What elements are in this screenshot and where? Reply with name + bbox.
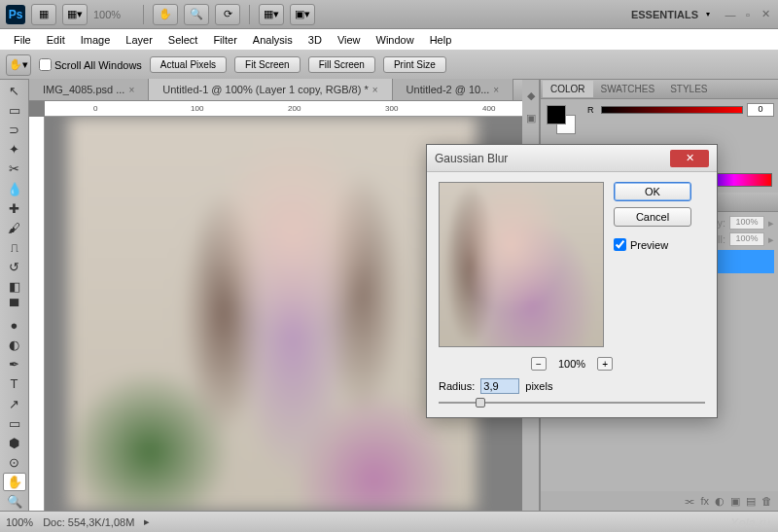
radius-slider[interactable] <box>439 402 705 404</box>
watermark-text: Xela.ru <box>730 515 770 530</box>
tab-color[interactable]: COLOR <box>543 81 593 97</box>
doc-tab-1[interactable]: IMG_4085.psd ...× <box>29 79 149 100</box>
r-slider[interactable] <box>601 106 743 114</box>
foreground-background-swatches[interactable] <box>547 105 578 136</box>
hand-tool-preset[interactable]: ✋▾ <box>6 54 31 76</box>
launch-bridge-button[interactable]: ▦ <box>31 4 56 25</box>
menu-bar: File Edit Image Layer Select Filter Anal… <box>0 29 778 51</box>
tools-panel: ↖ ▭ ⊃ ✦ ✂ 💧 ✚ 🖌 ⎍ ↺ ◧ ▀ ● ◐ ✒ T ↗ ▭ ⬢ ⊙ … <box>0 80 29 511</box>
close-icon[interactable]: × <box>128 85 134 95</box>
tab-styles[interactable]: STYLES <box>662 81 715 97</box>
menu-layer[interactable]: Layer <box>118 31 160 49</box>
fill-field[interactable]: 100% <box>729 232 764 246</box>
app-logo: Ps <box>6 5 25 24</box>
path-tool[interactable]: ↗ <box>3 395 26 413</box>
radius-input[interactable] <box>480 378 519 394</box>
arrange-docs-button[interactable]: ▦▾ <box>259 4 284 25</box>
new-layer-icon[interactable]: ▤ <box>746 495 756 508</box>
eyedropper-tool[interactable]: 💧 <box>3 179 26 197</box>
radius-unit: pixels <box>525 380 552 392</box>
screen-mode-button[interactable]: ▣▾ <box>290 4 315 25</box>
fill-screen-button[interactable]: Fill Screen <box>308 56 375 73</box>
close-icon[interactable]: × <box>493 85 499 95</box>
preview-checkbox[interactable]: Preview <box>614 238 691 251</box>
zoom-out-button[interactable]: − <box>531 357 547 371</box>
rotate-view-button[interactable]: ⟳ <box>215 4 240 25</box>
slider-thumb[interactable] <box>476 398 485 408</box>
wand-tool[interactable]: ✦ <box>3 140 26 159</box>
close-icon[interactable]: × <box>372 85 378 95</box>
link-layers-icon[interactable]: ⫘ <box>684 495 694 507</box>
menu-image[interactable]: Image <box>73 31 119 49</box>
heal-tool[interactable]: ✚ <box>3 199 26 218</box>
menu-select[interactable]: Select <box>160 31 206 49</box>
new-group-icon[interactable]: ▣ <box>730 495 740 508</box>
ok-button[interactable]: OK <box>614 182 691 201</box>
options-bar: ✋▾ Scroll All Windows Actual Pixels Fit … <box>0 51 778 80</box>
stamp-tool[interactable]: ⎍ <box>3 238 26 257</box>
dodge-tool[interactable]: ◐ <box>3 336 26 354</box>
tab-swatches[interactable]: SWATCHES <box>593 81 663 97</box>
status-zoom[interactable]: 100% <box>6 516 33 528</box>
menu-view[interactable]: View <box>330 31 369 49</box>
menu-3d[interactable]: 3D <box>301 31 330 49</box>
eraser-tool[interactable]: ◧ <box>3 277 26 296</box>
move-tool[interactable]: ↖ <box>3 82 26 100</box>
cancel-button[interactable]: Cancel <box>614 207 691 227</box>
color-panel-header: COLOR SWATCHES STYLES <box>541 80 778 99</box>
menu-window[interactable]: Window <box>369 31 422 49</box>
print-size-button[interactable]: Print Size <box>383 56 446 73</box>
canvas-image <box>68 117 477 511</box>
dialog-close-button[interactable]: ✕ <box>670 150 709 167</box>
layers-footer: ⫘ fx ◐ ▣ ▤ 🗑 <box>541 491 778 511</box>
gradient-tool[interactable]: ▀ <box>3 297 26 315</box>
app-toolbar: Ps ▦ ▦▾ 100% ✋ 🔍 ⟳ ▦▾ ▣▾ ESSENTIALS▾ — ▫… <box>0 0 778 29</box>
doc-tab-3[interactable]: Untitled-2 @ 10...× <box>393 79 514 100</box>
ruler-horizontal[interactable]: 0 100 200 300 400 <box>45 101 522 117</box>
menu-help[interactable]: Help <box>422 31 460 49</box>
lasso-tool[interactable]: ⊃ <box>3 121 26 139</box>
opacity-field[interactable]: 100% <box>729 216 764 230</box>
view-extras-button[interactable]: ▦▾ <box>62 4 88 25</box>
3d-camera-tool[interactable]: ⊙ <box>3 453 26 472</box>
close-button[interactable]: ✕ <box>759 8 772 21</box>
scroll-all-checkbox[interactable]: Scroll All Windows <box>39 58 142 71</box>
menu-edit[interactable]: Edit <box>39 31 73 49</box>
zoom-tool-t[interactable]: 🔍 <box>3 492 26 511</box>
3d-tool[interactable]: ⬢ <box>3 434 26 452</box>
status-doc-size[interactable]: Doc: 554,3K/1,08M <box>43 516 134 528</box>
menu-file[interactable]: File <box>6 31 39 49</box>
minimize-button[interactable]: — <box>724 8 737 21</box>
dialog-titlebar[interactable]: Gaussian Blur ✕ <box>427 145 717 172</box>
hand-tool[interactable]: ✋ <box>3 473 26 491</box>
brush-tool[interactable]: 🖌 <box>3 219 26 237</box>
maximize-button[interactable]: ▫ <box>741 8 755 21</box>
blur-tool[interactable]: ● <box>3 316 26 335</box>
zoom-in-button[interactable]: + <box>597 357 613 371</box>
zoom-tool-button[interactable]: 🔍 <box>184 4 209 25</box>
radius-label: Radius: <box>439 380 475 392</box>
panel-icon[interactable]: ◆ <box>527 89 535 102</box>
gaussian-blur-dialog: Gaussian Blur ✕ OK Cancel Preview − 100%… <box>426 144 718 418</box>
preview-zoom: 100% <box>558 358 585 370</box>
r-value[interactable]: 0 <box>747 103 774 117</box>
crop-tool[interactable]: ✂ <box>3 160 26 178</box>
workspace-switcher[interactable]: ESSENTIALS <box>631 9 698 20</box>
layer-style-icon[interactable]: fx <box>700 495 709 507</box>
zoom-level-display[interactable]: 100% <box>93 9 134 20</box>
layer-mask-icon[interactable]: ◐ <box>715 495 725 508</box>
shape-tool[interactable]: ▭ <box>3 414 26 433</box>
history-brush-tool[interactable]: ↺ <box>3 258 26 276</box>
actual-pixels-button[interactable]: Actual Pixels <box>150 56 227 73</box>
preview-pane[interactable] <box>439 182 604 347</box>
menu-analysis[interactable]: Analysis <box>245 31 301 49</box>
delete-layer-icon[interactable]: 🗑 <box>761 495 772 507</box>
doc-tab-2[interactable]: Untitled-1 @ 100% (Layer 1 copy, RGB/8) … <box>149 79 392 100</box>
marquee-tool[interactable]: ▭ <box>3 101 26 120</box>
fit-screen-button[interactable]: Fit Screen <box>234 56 301 73</box>
type-tool[interactable]: T <box>3 374 26 393</box>
pen-tool[interactable]: ✒ <box>3 355 26 373</box>
hand-tool-button[interactable]: ✋ <box>153 4 178 25</box>
panel-icon[interactable]: ▣ <box>526 112 536 124</box>
menu-filter[interactable]: Filter <box>205 31 244 49</box>
